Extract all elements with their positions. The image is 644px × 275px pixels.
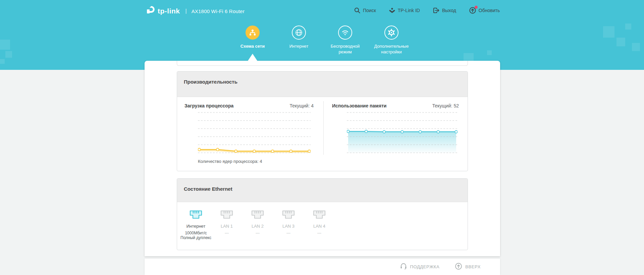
port-lan4: LAN 4 --- [304, 210, 335, 240]
tab-wireless[interactable]: Беспроводной режим [322, 26, 368, 55]
decor-square [616, 38, 625, 46]
memory-chart-title: Использование памяти [332, 103, 386, 108]
port-status: --- [225, 231, 229, 235]
tplink-id-button[interactable]: TP-Link ID [389, 7, 420, 14]
wifi-icon [338, 26, 352, 40]
update-label: Обновить [479, 8, 500, 13]
tplink-id-label: TP-Link ID [398, 8, 420, 13]
support-button[interactable]: ПОДДЕРЖКА [400, 263, 440, 271]
logout-label: Выход [442, 8, 456, 13]
cpu-usage-chart [198, 111, 311, 157]
ethernet-port-icon [282, 210, 295, 221]
performance-section: Производительность Загрузка процессора Т… [177, 71, 468, 171]
brand-separator: | [185, 8, 187, 14]
decor-square [5, 51, 12, 58]
chart-divider [323, 101, 324, 155]
router-model-title: AX1800 Wi-Fi 6 Router [192, 8, 245, 14]
tab-internet[interactable]: Интернет [276, 26, 322, 49]
network-map-icon [246, 26, 260, 40]
port-lan2: LAN 2 --- [242, 210, 273, 240]
update-icon [469, 7, 476, 14]
tab-label: Беспроводной режим [326, 44, 365, 55]
cpu-current-value: Текущий: 4 [289, 103, 314, 108]
port-internet: Интернет 1000Мбит/с Полный дуплекс [180, 210, 211, 240]
ethernet-title: Состояние Ethernet [184, 186, 232, 192]
update-button[interactable]: Обновить [469, 7, 500, 14]
decor-square [625, 24, 631, 30]
decor-square [603, 26, 614, 38]
port-label: LAN 3 [282, 224, 294, 229]
memory-usage-chart [347, 111, 458, 157]
tab-label: Схема сети [240, 44, 265, 49]
decor-square [0, 59, 5, 64]
performance-title: Производительность [184, 79, 237, 85]
tab-label: Дополнительные настройки [372, 44, 411, 55]
search-label: Поиск [363, 8, 376, 13]
update-notification-badge [475, 6, 478, 9]
decor-square [632, 43, 640, 51]
performance-section-header: Производительность [177, 72, 468, 97]
port-status: --- [317, 231, 321, 235]
search-icon [354, 7, 361, 14]
scroll-top-label: ВВЕРХ [465, 264, 481, 269]
cpu-cores-note: Количество ядер процессора: 4 [198, 159, 262, 164]
port-label: LAN 1 [221, 224, 233, 229]
tplink-logo-icon [145, 5, 155, 17]
gear-icon [384, 26, 398, 40]
search-button[interactable]: Поиск [354, 7, 376, 14]
footer-bar: ПОДДЕРЖКА ВВЕРХ [145, 259, 500, 275]
previous-section-edge [177, 61, 468, 66]
headset-icon [400, 263, 407, 271]
scroll-top-button[interactable]: ВВЕРХ [455, 263, 481, 271]
port-status: 1000Мбит/с Полный дуплекс [180, 231, 211, 240]
ethernet-ports-row: Интернет 1000Мбит/с Полный дуплекс LAN 1 [180, 210, 335, 240]
decor-square [487, 50, 492, 55]
main-nav: Схема сети Интернет Беспров [229, 26, 415, 55]
tab-label: Интернет [289, 44, 309, 49]
ethernet-port-icon [190, 210, 202, 221]
port-label: LAN 4 [313, 224, 325, 229]
tplink-id-icon [389, 7, 395, 14]
ethernet-port-icon [251, 210, 264, 221]
support-label: ПОДДЕРЖКА [410, 264, 440, 269]
port-label: LAN 2 [252, 224, 264, 229]
port-lan1: LAN 1 --- [211, 210, 242, 240]
logout-button[interactable]: Выход [433, 7, 456, 14]
ethernet-section: Состояние Ethernet Интернет [177, 178, 468, 250]
active-tab-pointer [248, 54, 257, 61]
top-menu: Поиск TP-Link ID Выход [354, 0, 500, 21]
globe-icon [292, 26, 306, 40]
port-status: --- [256, 231, 260, 235]
ethernet-port-icon [220, 210, 233, 221]
cpu-chart-title: Загрузка процессора [184, 103, 233, 108]
tab-advanced[interactable]: Дополнительные настройки [368, 26, 415, 55]
ethernet-port-icon [313, 210, 326, 221]
logout-icon [433, 7, 440, 14]
router-admin-page: tp-link | AX1800 Wi-Fi 6 Router Поиск TP… [0, 0, 644, 275]
brand-block: tp-link | AX1800 Wi-Fi 6 Router [145, 5, 245, 17]
tab-network-map[interactable]: Схема сети [229, 26, 276, 49]
memory-current-value: Текущий: 52 [432, 103, 459, 108]
decor-square [0, 40, 10, 50]
arrow-up-circle-icon [455, 263, 462, 271]
port-label: Интернет [186, 224, 206, 229]
content-card: Производительность Загрузка процессора Т… [145, 61, 500, 256]
ethernet-section-header: Состояние Ethernet [177, 179, 468, 202]
brand-name: tp-link [158, 7, 180, 15]
port-status: --- [286, 231, 290, 235]
port-lan3: LAN 3 --- [273, 210, 304, 240]
